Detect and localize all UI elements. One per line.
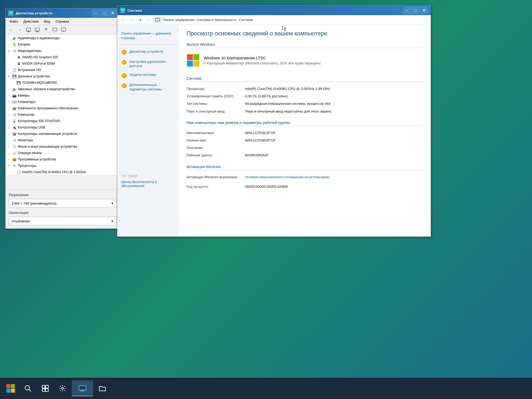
toolbar-btn3[interactable] [51, 26, 59, 34]
close-button[interactable]: ✕ [109, 9, 117, 17]
tree-expand-icon[interactable]: › [7, 36, 11, 40]
breadcrumb-path: Панель управления › Система и безопаснос… [163, 18, 253, 22]
activation-section: Активация Windows Активация Windows выпо… [186, 165, 423, 190]
taskbar-task-view[interactable] [37, 380, 53, 396]
tree-expand-icon[interactable]: › [7, 106, 11, 110]
tree-item[interactable]: ›🔋Батареи [6, 41, 119, 48]
resolution-select[interactable]: 1366 × 768 (рекомендуется) ▾ [9, 199, 116, 207]
breadcrumb-forward[interactable]: → [128, 16, 135, 24]
nav-remote-access[interactable]: ✓ Настройка удаленного доступа [117, 57, 178, 71]
tree-item[interactable]: ›🖥Мониторы [6, 137, 119, 143]
tree-expand-icon[interactable] [11, 55, 15, 59]
nav-advanced-params[interactable]: ✓ Дополнительные параметры системы [117, 81, 178, 94]
breadcrumb-security[interactable]: Система и безопасность [197, 18, 236, 22]
tree-expand-icon[interactable]: ▾ [7, 164, 11, 168]
tree-item[interactable]: ›📡Контроллеры IDE ATA/ATAPI [6, 118, 119, 124]
tree-item[interactable]: ›🔌Контроллеры USB [6, 124, 119, 131]
tree-expand-icon[interactable]: › [7, 125, 11, 130]
sys-maximize-button[interactable]: □ [412, 7, 419, 14]
tree-item[interactable]: ›📦Компоненты программного обеспечения [6, 105, 119, 111]
tree-item[interactable]: 💾TOSHIBA MQ01ABF050 [6, 80, 119, 86]
tree-expand-icon[interactable]: › [7, 42, 11, 47]
tree-expand-icon[interactable]: › [7, 87, 11, 91]
toolbar-forward[interactable]: → [16, 26, 24, 34]
minimize-button[interactable]: ─ [92, 9, 100, 17]
sys-close-button[interactable]: ✕ [420, 7, 428, 14]
breadcrumb-back[interactable]: ← [119, 16, 127, 24]
tree-item-label: Программные устройства [18, 157, 56, 161]
taskbar-settings[interactable] [55, 380, 70, 396]
nav-home[interactable]: Панель управления — домашняя страница [117, 29, 178, 44]
computer-name-section: Имя компьютера, имя домена и параметры р… [186, 120, 423, 159]
tree-item[interactable]: ▾🖥Видеоадаптеры [6, 48, 119, 54]
tree-item[interactable]: ›📋Встроенное ПО [6, 67, 119, 73]
orientation-select[interactable]: Альбомная ▾ [9, 217, 116, 225]
breadcrumb-up[interactable]: ↑ [145, 16, 152, 24]
tree-expand-icon[interactable]: › [7, 68, 11, 72]
svg-rect-34 [79, 386, 86, 390]
tree-expand-icon[interactable]: › [7, 157, 11, 161]
toolbar-btn2[interactable] [33, 26, 41, 34]
tree-expand-icon[interactable]: › [7, 151, 11, 155]
tree-expand-icon[interactable]: › [7, 119, 11, 123]
maximize-button[interactable]: □ [100, 9, 108, 17]
activation-status-value[interactable]: Условия лицензионного соглашения на испо… [245, 175, 423, 180]
tree-item[interactable]: ›🖱Мыши и иные указывающие устройства [6, 143, 119, 150]
tree-item[interactable]: ›🔊Звуковые, игровые и видеоустройства [6, 86, 119, 92]
tree-item[interactable]: ▾⚙Процессоры [6, 163, 119, 169]
svg-rect-1 [10, 14, 12, 15]
tree-expand-icon[interactable]: › [7, 144, 11, 149]
shield-icon-1: ✓ [122, 50, 127, 55]
tree-item[interactable]: ›🖥Компьютер [6, 111, 119, 118]
tree-item[interactable]: ›📷Камеры [6, 92, 119, 99]
tree-expand-icon[interactable] [11, 170, 15, 174]
tree-item[interactable]: ›🖨Очереди печати [6, 150, 119, 156]
tree-expand-icon[interactable]: ▾ [7, 74, 11, 78]
start-button[interactable] [3, 380, 19, 396]
tree-item[interactable]: 🖥Intel(R) HD Graphics 520 [6, 54, 119, 60]
tree-item[interactable]: ›📦Контроллеры запоминающих устройств [6, 131, 119, 137]
taskbar-search[interactable] [20, 380, 36, 396]
svg-rect-27 [45, 385, 48, 388]
breadcrumb-dropdown[interactable]: ▾ [136, 16, 144, 24]
tree-expand-icon[interactable]: › [7, 93, 11, 98]
tree-expand-icon[interactable] [11, 61, 15, 66]
svg-rect-20 [6, 384, 10, 388]
menu-help[interactable]: Справка [53, 19, 72, 24]
tree-item-icon: 📋 [12, 67, 17, 73]
sys-minimize-button[interactable]: ─ [403, 7, 411, 14]
system-type-label: Тип системы: [186, 101, 245, 106]
menu-file[interactable]: Файл [7, 19, 21, 24]
toolbar-help[interactable]: ? [42, 26, 50, 34]
tree-expand-icon[interactable]: › [7, 138, 11, 142]
toolbar-btn1[interactable] [24, 26, 32, 34]
taskbar-system-manager[interactable] [72, 380, 93, 396]
nav-system-protection[interactable]: ✓ Защита системы [117, 70, 178, 81]
tree-expand-icon[interactable]: › [7, 100, 11, 104]
menu-view[interactable]: Вид [41, 19, 53, 24]
tree-item[interactable]: ›⌨Клавиатуры [6, 99, 119, 105]
tree-item[interactable]: 🖥NVIDIA GeForce 920M [6, 60, 119, 67]
tree-item-label: Камеры [18, 94, 30, 97]
tree-item[interactable]: ▾💾Дисковые устройства [6, 73, 119, 80]
tree-item[interactable]: ›🔊Аудиовходы и аудиовыходы [6, 35, 119, 41]
tree-expand-icon[interactable] [11, 81, 15, 85]
taskbar-file-explorer[interactable] [94, 380, 110, 396]
svg-rect-15 [155, 18, 160, 21]
nav-device-manager[interactable]: ✓ Диспетчер устройств [117, 47, 178, 57]
svg-rect-26 [42, 385, 45, 388]
toolbar-monitor[interactable] [60, 26, 68, 34]
system-info-header: Система [186, 76, 423, 82]
tree-expand-icon[interactable]: › [7, 113, 11, 117]
see-also-security-center[interactable]: Центр безопасности и обслуживания [121, 180, 174, 188]
toolbar-back[interactable]: ← [7, 26, 15, 34]
product-key-label: Код продукта: [186, 184, 245, 189]
tree-expand-icon[interactable]: › [7, 132, 11, 136]
svg-rect-18 [187, 61, 193, 66]
tree-item[interactable]: ›📦Программные устройства [6, 156, 119, 163]
svg-point-30 [62, 388, 64, 389]
menu-action[interactable]: Действие [21, 19, 41, 24]
tree-expand-icon[interactable]: ▾ [7, 49, 11, 53]
breadcrumb-control-panel[interactable]: Панель управления [163, 18, 194, 22]
tree-item[interactable]: ⬜Intel(R) Core(TM) i3-6006U CPU @ 2.00GH… [6, 169, 119, 175]
